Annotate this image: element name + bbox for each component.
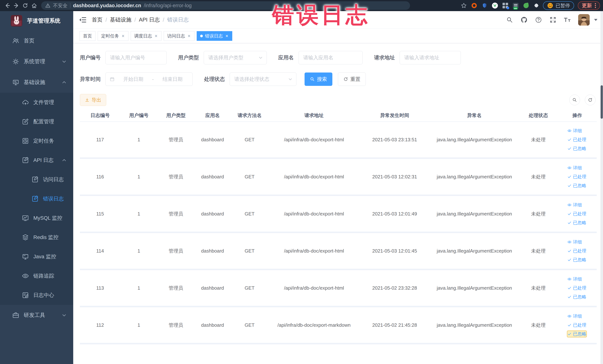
request-url-cell: /api/infra/db-doc/export-markdown: [269, 322, 359, 328]
app-name-label: 应用名: [278, 54, 294, 61]
caret-down-icon[interactable]: [594, 19, 597, 21]
processed-link[interactable]: 已处理: [568, 322, 586, 328]
font-size-icon[interactable]: [564, 16, 571, 23]
extension-on-badge-icon[interactable]: on: [512, 2, 519, 9]
sidebar-item-config-manage[interactable]: 配置管理: [0, 112, 73, 131]
extension-orange-icon[interactable]: [471, 2, 477, 9]
tab-error-log[interactable]: 错误日志: [197, 31, 232, 41]
tab-scheduled-job[interactable]: 定时任务: [98, 31, 128, 41]
check-icon: [568, 212, 571, 216]
close-icon[interactable]: [154, 34, 158, 38]
reset-button[interactable]: 重置: [338, 72, 366, 86]
sidebar-item-redis-monitor[interactable]: Redis 监控: [0, 228, 73, 247]
sidebar-item-trace[interactable]: 链路追踪: [0, 266, 73, 286]
sidebar-item-scheduled-job[interactable]: 定时任务: [0, 131, 73, 151]
tab-home[interactable]: 首页: [80, 31, 95, 41]
processed-link[interactable]: 已处理: [568, 248, 586, 254]
processed-link[interactable]: 已处理: [568, 211, 586, 217]
app-title: 芋道管理系统: [27, 17, 60, 25]
sidebar-item-file-manage[interactable]: 文件管理: [0, 93, 73, 112]
bookmark-star-icon[interactable]: [461, 2, 467, 9]
detail-link[interactable]: 详细: [568, 276, 582, 282]
sidebar-item-dev-tools[interactable]: 研发工具: [0, 305, 73, 326]
detail-link[interactable]: 详细: [568, 202, 582, 208]
extension-grid-icon[interactable]: [502, 2, 509, 9]
user-id-input[interactable]: [105, 51, 167, 64]
log-edit-icon: [32, 176, 39, 183]
sidebar-item-mysql-monitor[interactable]: MySQL 监控: [0, 208, 73, 228]
briefcase-icon: [12, 312, 19, 319]
method-cell: GET: [231, 285, 269, 291]
tab-schedule-log[interactable]: 调度日志: [131, 31, 162, 41]
app-name-cell: dashboard: [195, 248, 231, 254]
profile-paused-badge[interactable]: 已暂停: [543, 1, 574, 10]
detail-link[interactable]: 详细: [568, 165, 582, 171]
sidebar-item-home[interactable]: 首页: [0, 30, 73, 51]
sidebar-item-log-center[interactable]: 日志中心: [0, 286, 73, 305]
close-icon[interactable]: [225, 34, 229, 38]
url-path: /infra/log/api-error-log: [144, 3, 192, 9]
sidebar-item-error-log[interactable]: 错误日志: [0, 189, 73, 208]
processed-link[interactable]: 已处理: [568, 137, 586, 143]
process-status-select[interactable]: 请选择处理状态: [230, 72, 296, 86]
sidebar-item-java-monitor[interactable]: Java 监控: [0, 247, 73, 266]
detail-link[interactable]: 详细: [568, 128, 582, 134]
processed-link[interactable]: 已处理: [568, 174, 586, 180]
eye-icon: [568, 166, 571, 170]
processed-link[interactable]: 已处理: [568, 285, 586, 291]
browser-menu-icon[interactable]: [595, 2, 596, 9]
exception-name-cell: java.lang.IllegalArgumentException: [430, 211, 519, 217]
app-name-input[interactable]: [299, 51, 363, 64]
forward-icon[interactable]: [12, 1, 21, 10]
search-button[interactable]: 搜索: [304, 72, 332, 86]
actions-cell: 详细 已处理 已忽略: [558, 239, 597, 263]
ignored-link[interactable]: 已忽略: [568, 257, 586, 263]
reload-icon[interactable]: [21, 1, 30, 10]
scrollbar-thumb[interactable]: [601, 85, 603, 119]
ignored-link[interactable]: 已忽略: [568, 146, 586, 152]
detail-link[interactable]: 详细: [568, 313, 582, 319]
back-icon[interactable]: [3, 1, 12, 10]
app-logo[interactable]: 芋道管理系统: [0, 11, 73, 30]
app-name-cell: dashboard: [195, 322, 231, 328]
help-icon[interactable]: [535, 16, 542, 23]
close-icon[interactable]: [121, 34, 125, 38]
browser-update-button[interactable]: 更新: [578, 1, 600, 10]
user-type-select[interactable]: 请选择用户类型: [204, 51, 267, 64]
sidebar-item-access-log[interactable]: 访问日志: [0, 170, 73, 189]
detail-link[interactable]: 详细: [568, 239, 582, 245]
breadcrumb-current: 错误日志: [167, 16, 189, 23]
export-button[interactable]: 导出: [80, 94, 106, 106]
method-cell: GET: [231, 322, 269, 328]
hamburger-fold-icon[interactable]: [79, 16, 87, 24]
fullscreen-icon[interactable]: [549, 16, 557, 23]
breadcrumb-home[interactable]: 首页: [92, 16, 103, 23]
ignored-link[interactable]: 已忽略: [568, 220, 586, 226]
sidebar-item-api-log[interactable]: API 日志: [0, 151, 73, 170]
close-icon[interactable]: [187, 34, 191, 38]
breadcrumb-infra[interactable]: 基础设施: [110, 16, 131, 23]
exception-time-cell: 2021-05-02 23:32:28: [359, 285, 430, 291]
infra-submenu: 文件管理 配置管理 定时任务 API 日志 访问日志 错误日志: [0, 93, 73, 305]
tab-access-log[interactable]: 访问日志: [164, 31, 195, 41]
exception-time-range-picker[interactable]: 开始日期 - 结束日期: [105, 72, 193, 86]
extension-shield-icon[interactable]: [481, 2, 488, 9]
request-url-input[interactable]: [400, 51, 461, 64]
extension-green-v-icon[interactable]: [492, 2, 498, 9]
search-icon[interactable]: [506, 16, 513, 23]
toggle-search-button[interactable]: [569, 94, 580, 105]
home-icon[interactable]: [30, 1, 39, 10]
ignored-link[interactable]: 已忽略: [568, 331, 586, 337]
user-avatar[interactable]: [578, 14, 590, 26]
breadcrumb-api-log[interactable]: API 日志: [139, 16, 160, 23]
ignored-link[interactable]: 已忽略: [568, 294, 586, 300]
ignored-link[interactable]: 已忽略: [568, 183, 586, 188]
calendar-icon: [110, 77, 115, 82]
method-cell: GET: [231, 137, 269, 143]
extension-leaf-icon[interactable]: [523, 2, 529, 9]
sidebar-item-infra[interactable]: 基础设施: [0, 72, 73, 93]
extension-puzzle-icon[interactable]: [533, 2, 540, 9]
github-icon[interactable]: [520, 16, 528, 23]
refresh-table-button[interactable]: [585, 94, 596, 105]
sidebar-item-system[interactable]: 系统管理: [0, 51, 73, 72]
